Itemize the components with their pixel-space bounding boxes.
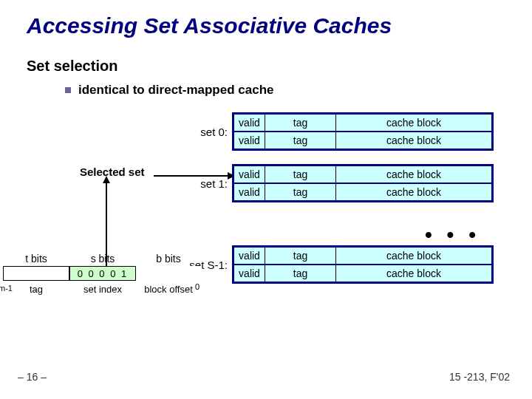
valid-cell: valid (234, 132, 265, 149)
block-cell: cache block (336, 132, 491, 149)
cache-line: valid tag cache block (234, 265, 491, 282)
last-set-area: set S-1: valid tag cache block valid tag… (185, 245, 502, 297)
s-bits-box: 0 0 0 0 1 (69, 266, 136, 281)
slide-title: Accessing Set Associative Caches (27, 13, 392, 38)
cache-sets-diagram: set 0: valid tag cache block valid tag c… (185, 112, 502, 216)
footer-page-number: – 16 – (18, 371, 47, 383)
address-decomposition: t bits s bits 0 0 0 0 1 b bits tag set i… (3, 253, 225, 295)
block-cell: cache block (336, 166, 491, 183)
valid-cell: valid (234, 184, 265, 200)
bullet-item: identical to direct-mapped cache (65, 83, 274, 98)
tag-cell: tag (265, 132, 336, 149)
b-bits-group: b bits (136, 253, 201, 281)
setindex-field-label: set index (69, 284, 136, 295)
block-cell: cache block (336, 115, 491, 131)
t-bits-label: t bits (3, 253, 69, 265)
set-row: set S-1: valid tag cache block valid tag… (185, 245, 502, 284)
valid-cell: valid (234, 248, 265, 264)
set-row: set 0: valid tag cache block valid tag c… (185, 112, 502, 151)
b-bits-box (136, 266, 201, 281)
cache-line: valid tag cache block (234, 132, 491, 149)
address-field-labels: tag set index block offset (3, 284, 225, 295)
block-cell: cache block (336, 184, 491, 200)
bit-zero: 0 (195, 282, 200, 291)
valid-cell: valid (234, 265, 265, 282)
bullet-text: identical to direct-mapped cache (78, 83, 274, 98)
footer-course-info: 15 -213, F'02 (449, 371, 510, 383)
selected-set-label: Selected set (80, 166, 145, 178)
cache-line: valid tag cache block (234, 248, 491, 265)
b-bits-label: b bits (136, 253, 201, 265)
tag-cell: tag (265, 115, 336, 131)
bullet-icon (65, 87, 71, 93)
tag-cell: tag (265, 248, 336, 264)
tag-cell: tag (265, 184, 336, 200)
set-row: set 1: valid tag cache block valid tag c… (185, 164, 502, 202)
block-cell: cache block (336, 248, 491, 264)
cache-line: valid tag cache block (234, 184, 491, 200)
block-cell: cache block (336, 265, 491, 282)
set-label: set 1: (185, 177, 232, 190)
tag-cell: tag (265, 265, 336, 282)
bit-m-minus-1: m-1 (0, 284, 13, 293)
valid-cell: valid (234, 115, 265, 131)
set-box: valid tag cache block valid tag cache bl… (232, 164, 494, 202)
s-bits-group: s bits 0 0 0 0 1 (69, 253, 136, 281)
tag-field-label: tag (3, 284, 69, 295)
tag-cell: tag (265, 166, 336, 183)
set-label: set 0: (185, 126, 232, 138)
blockoffset-field-label: block offset (136, 284, 201, 295)
t-bits-box (3, 266, 69, 281)
slide-subtitle: Set selection (27, 58, 117, 75)
valid-cell: valid (234, 166, 265, 183)
set-box: valid tag cache block valid tag cache bl… (232, 112, 494, 151)
s-bits-label: s bits (69, 253, 136, 265)
t-bits-group: t bits (3, 253, 69, 281)
set-box: valid tag cache block valid tag cache bl… (232, 245, 494, 284)
cache-line: valid tag cache block (234, 166, 491, 184)
cache-line: valid tag cache block (234, 115, 491, 132)
ellipsis: • • • (425, 223, 480, 247)
